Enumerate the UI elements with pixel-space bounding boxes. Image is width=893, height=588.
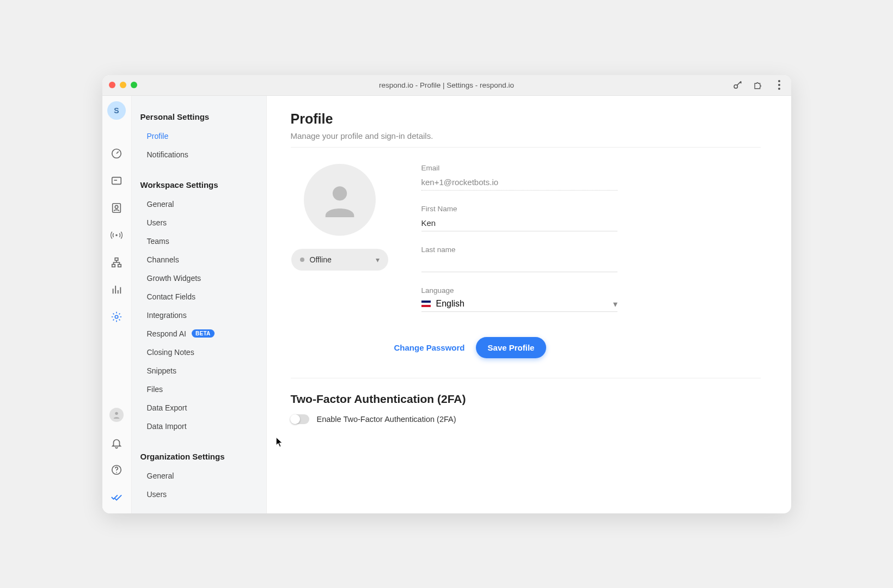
reports-icon[interactable] [110,283,123,296]
avatar-column: Offline ▾ [291,164,389,326]
sidebar-item-org-general[interactable]: General [132,467,266,485]
page-subtitle: Manage your profile and sign-in details. [291,131,761,140]
rail-bottom [109,408,124,513]
profile-form: Offline ▾ Email ken+1@rocketbots.io Firs… [291,164,761,326]
last-name-input[interactable] [421,256,617,272]
two-factor-heading: Two-Factor Authentication (2FA) [291,393,761,406]
language-label: Language [421,286,617,295]
divider [291,147,761,148]
sidebar-item-users[interactable]: Users [132,213,266,232]
chevron-down-icon: ▾ [613,299,617,309]
settings-icon[interactable] [110,310,123,323]
section-divider [291,378,761,378]
workflow-icon[interactable] [110,256,123,269]
status-dot-icon [300,258,304,262]
flag-icon [421,301,431,307]
sidebar-item-org-users[interactable]: Users [132,485,266,504]
sidebar-item-data-export[interactable]: Data Export [132,399,266,417]
two-factor-row: Enable Two-Factor Authentication (2FA) [291,414,761,424]
sidebar-item-closing-notes[interactable]: Closing Notes [132,343,266,362]
svg-rect-8 [118,264,121,267]
titlebar-right [732,79,785,90]
sidebar-item-profile[interactable]: Profile [132,127,266,145]
language-field-group: Language English ▾ [421,286,617,312]
window-controls [109,82,137,88]
change-password-button[interactable]: Change Password [394,343,465,352]
form-actions: Change Password Save Profile [394,337,761,358]
email-label: Email [421,164,617,172]
nav-rail: S [102,96,132,513]
cursor-pointer-icon [276,437,283,448]
main-content: Profile Manage your profile and sign-in … [267,96,791,513]
two-factor-label: Enable Two-Factor Authentication (2FA) [317,415,456,424]
sidebar-item-integrations[interactable]: Integrations [132,306,266,324]
save-profile-button[interactable]: Save Profile [476,337,547,358]
sidebar-item-respond-ai[interactable]: Respond AI BETA [132,324,266,343]
chevron-down-icon: ▾ [376,255,380,264]
workspace-avatar[interactable]: S [107,101,126,120]
last-name-label: Last name [421,246,617,254]
checkmarks-icon[interactable] [110,491,123,504]
dashboard-icon[interactable] [110,147,123,160]
key-icon[interactable] [732,79,743,90]
two-factor-toggle[interactable] [291,414,309,424]
sidebar-item-general[interactable]: General [132,195,266,213]
status-select[interactable]: Offline ▾ [291,249,388,271]
svg-rect-7 [112,264,115,267]
first-name-input[interactable] [421,215,617,231]
svg-point-5 [115,234,118,236]
close-window-button[interactable] [109,82,115,88]
rail-top: S [107,101,126,323]
sidebar-item-channels[interactable]: Channels [132,250,266,269]
first-name-field-group: First Name [421,205,617,231]
svg-point-4 [115,205,118,209]
maximize-window-button[interactable] [131,82,137,88]
toggle-knob [290,414,300,424]
last-name-field-group: Last name [421,246,617,272]
language-select[interactable]: English ▾ [421,297,617,312]
profile-avatar[interactable] [304,164,376,236]
svg-rect-2 [112,177,121,184]
first-name-label: First Name [421,205,617,213]
help-icon[interactable] [110,463,123,476]
inbox-icon[interactable] [110,174,123,187]
email-value: ken+1@rocketbots.io [421,174,617,191]
settings-sidebar: Personal Settings Profile Notifications … [132,96,267,513]
svg-rect-3 [113,203,121,212]
language-value: English [436,299,608,309]
beta-badge: BETA [192,329,215,338]
user-avatar-small[interactable] [109,408,124,422]
minimize-window-button[interactable] [120,82,126,88]
sidebar-item-contact-fields[interactable]: Contact Fields [132,287,266,306]
sidebar-item-files[interactable]: Files [132,380,266,399]
svg-point-0 [734,84,737,88]
svg-point-12 [116,471,117,473]
sidebar-item-snippets[interactable]: Snippets [132,362,266,380]
sidebar-section-personal: Personal Settings [132,107,266,127]
person-icon [321,181,359,219]
email-field-group: Email ken+1@rocketbots.io [421,164,617,191]
sidebar-item-teams[interactable]: Teams [132,232,266,250]
broadcast-icon[interactable] [110,229,123,242]
svg-point-9 [115,315,118,318]
app-window: respond.io - Profile | Settings - respon… [102,75,791,513]
svg-point-10 [115,412,118,414]
sidebar-section-organization: Organization Settings [132,446,266,467]
sidebar-section-workspace: Workspace Settings [132,175,266,195]
sidebar-item-notifications[interactable]: Notifications [132,145,266,164]
fields-column: Email ken+1@rocketbots.io First Name Las… [421,164,617,326]
page-title: Profile [291,111,761,127]
svg-point-13 [332,186,346,200]
sidebar-item-label: Respond AI [147,329,186,338]
app-body: S [102,96,791,513]
titlebar: respond.io - Profile | Settings - respon… [102,75,791,96]
svg-rect-6 [115,258,118,260]
status-label: Offline [310,255,332,264]
contacts-icon[interactable] [110,201,123,215]
sidebar-item-growth-widgets[interactable]: Growth Widgets [132,269,266,287]
extension-icon[interactable] [753,79,764,90]
sidebar-item-data-import[interactable]: Data Import [132,417,266,436]
more-icon[interactable] [774,79,785,90]
bell-icon[interactable] [110,436,123,449]
window-title: respond.io - Profile | Settings - respon… [379,81,514,89]
